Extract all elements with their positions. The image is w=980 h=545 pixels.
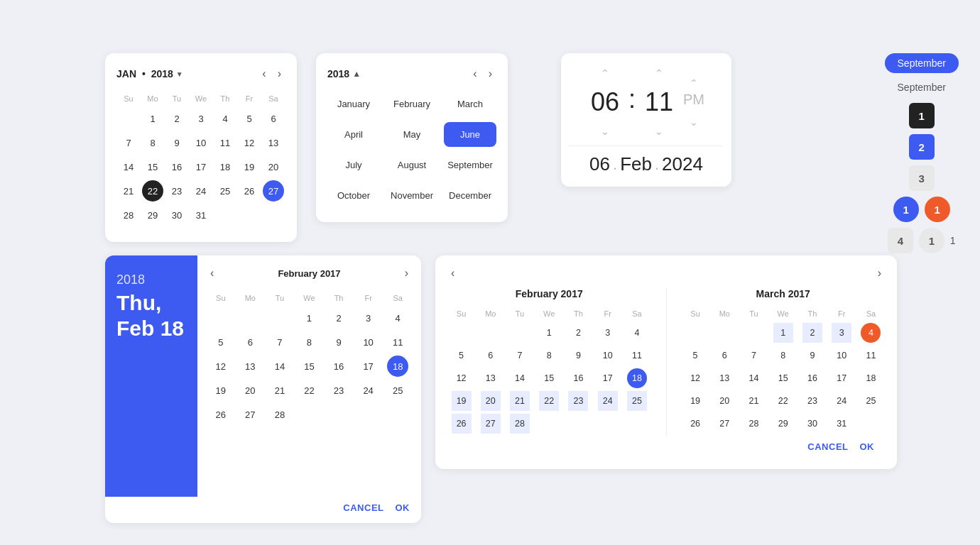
num-circle-orange[interactable]: 1: [925, 197, 950, 222]
day-cell[interactable]: 11: [387, 331, 408, 353]
month-cell-july[interactable]: July: [327, 153, 380, 177]
day-cell[interactable]: 31: [832, 414, 851, 434]
day-cell[interactable]: 6: [263, 108, 284, 129]
day-cell[interactable]: 11: [214, 132, 236, 153]
day-cell[interactable]: 23: [328, 380, 349, 401]
month-cell-february[interactable]: February: [386, 92, 438, 116]
day-cell[interactable]: 20: [714, 391, 734, 411]
day-cell[interactable]: 15: [298, 356, 320, 377]
day-cell[interactable]: 12: [239, 132, 260, 153]
day-cell[interactable]: 8: [142, 132, 163, 153]
day-cell[interactable]: 1: [539, 323, 559, 343]
day-cell[interactable]: 1: [773, 323, 793, 343]
day-cell[interactable]: 16: [328, 356, 349, 377]
day-cell[interactable]: 9: [328, 331, 349, 353]
day-cell[interactable]: 6: [481, 346, 501, 365]
dp2-prev-button[interactable]: ‹: [447, 265, 459, 281]
day-cell[interactable]: 10: [832, 346, 851, 365]
day-cell[interactable]: 10: [358, 331, 379, 353]
day-cell[interactable]: 16: [802, 368, 822, 388]
day-cell[interactable]: 5: [239, 108, 260, 129]
day-cell[interactable]: 28: [118, 204, 139, 226]
num-circle-gray[interactable]: 1: [919, 228, 944, 253]
day-cell[interactable]: 17: [358, 356, 379, 377]
day-cell[interactable]: 4: [627, 323, 647, 343]
day-cell[interactable]: 11: [627, 346, 647, 365]
day-cell[interactable]: 21: [510, 391, 530, 411]
next-month-button[interactable]: ›: [273, 66, 285, 82]
day-cell[interactable]: 22: [539, 391, 559, 411]
day-cell[interactable]: 19: [685, 391, 705, 411]
day-cell[interactable]: 28: [269, 404, 290, 425]
num-circle-blue[interactable]: 1: [893, 197, 919, 222]
day-cell[interactable]: 26: [685, 414, 705, 434]
day-cell[interactable]: 8: [773, 346, 793, 365]
month-cell-december[interactable]: December: [444, 183, 496, 208]
month-cell-june[interactable]: June: [444, 122, 496, 147]
day-cell[interactable]: 18: [861, 368, 881, 388]
day-cell[interactable]: 20: [263, 156, 284, 177]
day-cell[interactable]: 19: [452, 391, 472, 411]
day-cell[interactable]: 25: [627, 391, 647, 411]
day-cell[interactable]: 2: [802, 323, 822, 343]
day-cell[interactable]: 10: [598, 346, 618, 365]
hour-up-button[interactable]: ⌃: [594, 65, 616, 82]
day-cell[interactable]: 21: [118, 180, 139, 202]
day-cell[interactable]: 13: [714, 368, 734, 388]
day-cell[interactable]: 6: [714, 346, 734, 365]
day-cell[interactable]: 17: [832, 368, 851, 388]
day-cell[interactable]: 24: [190, 180, 212, 202]
day-cell[interactable]: 19: [210, 380, 232, 401]
day-cell[interactable]: 31: [190, 204, 212, 226]
day-cell[interactable]: 12: [685, 368, 705, 388]
dp2-ok-button[interactable]: OK: [860, 441, 875, 452]
num-box-gray-4[interactable]: 4: [888, 228, 913, 253]
day-cell[interactable]: 24: [358, 380, 379, 401]
day-cell[interactable]: 17: [598, 368, 618, 388]
hour-down-button[interactable]: ⌄: [594, 123, 616, 140]
day-cell[interactable]: 26: [239, 180, 260, 202]
day-cell[interactable]: 1: [298, 307, 320, 329]
day-cell[interactable]: 13: [239, 356, 261, 377]
day-cell[interactable]: 12: [452, 368, 472, 388]
day-cell[interactable]: 2: [568, 323, 588, 343]
day-cell[interactable]: 17: [190, 156, 212, 177]
day-cell[interactable]: 3: [832, 323, 851, 343]
day-cell[interactable]: 5: [452, 346, 472, 365]
day-cell[interactable]: 9: [802, 346, 822, 365]
day-cell[interactable]: 23: [802, 391, 822, 411]
day-cell[interactable]: 2: [328, 307, 349, 329]
day-cell[interactable]: 27: [714, 414, 734, 434]
num-box-blue[interactable]: 2: [909, 134, 935, 160]
day-cell[interactable]: 7: [510, 346, 530, 365]
day-cell[interactable]: 26: [210, 404, 232, 425]
day-cell[interactable]: 21: [269, 380, 290, 401]
day-cell[interactable]: 20: [239, 380, 261, 401]
dp1-prev-button[interactable]: ‹: [206, 265, 218, 281]
day-cell[interactable]: 14: [118, 156, 139, 177]
day-cell[interactable]: 18: [387, 356, 408, 377]
day-cell[interactable]: 5: [685, 346, 705, 365]
day-cell[interactable]: 3: [598, 323, 618, 343]
dp2-cancel-button[interactable]: CANCEL: [807, 441, 848, 452]
day-cell[interactable]: 29: [142, 204, 163, 226]
day-cell[interactable]: 19: [239, 156, 260, 177]
cal2-next-button[interactable]: ›: [484, 66, 496, 82]
cal2-prev-button[interactable]: ‹: [469, 66, 481, 82]
dp1-next-button[interactable]: ›: [401, 265, 413, 281]
ampm-up-button[interactable]: ⌃: [682, 75, 705, 92]
day-cell[interactable]: 23: [166, 180, 187, 202]
minute-down-button[interactable]: ⌄: [648, 123, 670, 140]
day-cell[interactable]: 25: [861, 391, 881, 411]
day-cell[interactable]: 18: [627, 368, 647, 388]
minute-up-button[interactable]: ⌃: [648, 65, 670, 82]
day-cell[interactable]: 16: [166, 156, 187, 177]
month-cell-may[interactable]: May: [386, 122, 438, 147]
num-box-dark[interactable]: 1: [909, 103, 935, 128]
day-cell[interactable]: 3: [190, 108, 212, 129]
day-cell[interactable]: 7: [118, 132, 139, 153]
day-cell[interactable]: 27: [481, 414, 501, 434]
day-cell[interactable]: 22: [773, 391, 793, 411]
day-cell[interactable]: 7: [269, 331, 290, 353]
day-cell[interactable]: 10: [190, 132, 212, 153]
